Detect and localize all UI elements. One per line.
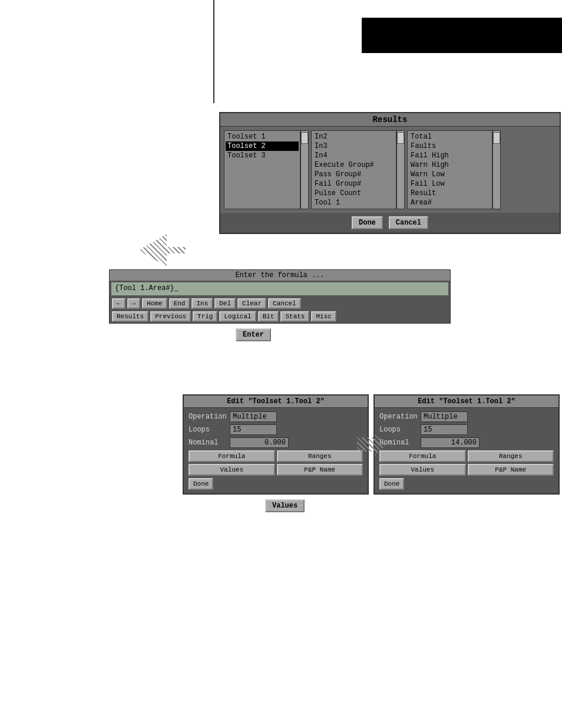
list-item-fail-group[interactable]: Fail Group# bbox=[313, 179, 395, 189]
formula-btn-ins[interactable]: Ins bbox=[191, 298, 213, 309]
done-btn-row-left: Done bbox=[189, 478, 363, 490]
edit-dialog-right-body: Operation Multiple Loops 15 Nominal 14.0… bbox=[375, 408, 558, 493]
formula-btn-clear[interactable]: Clear bbox=[237, 298, 266, 309]
list-item-toolset1[interactable]: Toolset 1 bbox=[226, 132, 299, 141]
list-item-in4[interactable]: In4 bbox=[313, 151, 395, 160]
done-btn-right-dialog[interactable]: Done bbox=[379, 478, 404, 490]
list-item-warn-low[interactable]: Warn Low bbox=[409, 170, 491, 179]
loops-row-right: Loops 15 bbox=[379, 424, 554, 435]
cancel-button[interactable]: Cancel bbox=[389, 216, 428, 229]
values-button-area: Values bbox=[265, 499, 562, 512]
values-btn-right-dialog[interactable]: Values bbox=[379, 464, 466, 476]
operation-row-left: Operation Multiple bbox=[189, 411, 363, 422]
list-item-execute-group[interactable]: Execute Group# bbox=[313, 160, 395, 170]
nominal-value-right[interactable]: 14.000 bbox=[421, 437, 480, 448]
formula-btn-bit[interactable]: Bit bbox=[258, 311, 279, 322]
formula-buttons-row2: Results Previous Trig Logical Bit Stats … bbox=[110, 310, 450, 323]
enter-button-area: Enter bbox=[236, 328, 562, 341]
list-item-toolset2[interactable]: Toolset 2 bbox=[226, 141, 299, 151]
results-list[interactable]: Total Faults Fail High Warn High Warn Lo… bbox=[407, 130, 492, 209]
operation-label-left: Operation bbox=[189, 413, 230, 421]
inputs-list[interactable]: In2 In3 In4 Execute Group# Pass Group# F… bbox=[311, 130, 396, 209]
list-item-pulse-count[interactable]: Pulse Count bbox=[313, 189, 395, 198]
loops-value-right[interactable]: 15 bbox=[421, 424, 468, 435]
hatched-arrow bbox=[138, 234, 186, 266]
formula-btn-previous[interactable]: Previous bbox=[150, 311, 191, 322]
inputs-scrollbar-thumb bbox=[397, 132, 404, 144]
formula-btn-results[interactable]: Results bbox=[112, 311, 148, 322]
results-dialog: Results Toolset 1 Toolset 2 Toolset 3 bbox=[219, 112, 561, 234]
formula-btn-del[interactable]: Del bbox=[214, 298, 236, 309]
pp-name-btn-left-dialog[interactable]: P&P Name bbox=[277, 464, 363, 476]
edit-dialog-right-title: Edit "Toolset 1.Tool 2" bbox=[375, 396, 558, 408]
list-item-toolset3[interactable]: Toolset 3 bbox=[226, 151, 299, 160]
list-item-in2[interactable]: In2 bbox=[313, 132, 395, 141]
formula-btn-right[interactable]: → bbox=[127, 298, 141, 309]
ranges-btn-left-dialog[interactable]: Ranges bbox=[277, 450, 363, 462]
formula-btn-right-dialog[interactable]: Formula bbox=[379, 450, 466, 462]
formula-btn-left[interactable]: ← bbox=[112, 298, 125, 309]
ranges-btn-right-dialog[interactable]: Ranges bbox=[468, 450, 554, 462]
loops-label-left: Loops bbox=[189, 426, 230, 434]
list-item-warn-high[interactable]: Warn High bbox=[409, 160, 491, 170]
edit-btn-grid-right: Formula Ranges Values P&P Name bbox=[379, 450, 554, 476]
list-item-tool1[interactable]: Tool 1 bbox=[313, 198, 395, 207]
operation-row-right: Operation Multiple bbox=[379, 411, 554, 422]
results-dialog-footer: Done Cancel bbox=[220, 213, 560, 233]
done-btn-row-right: Done bbox=[379, 478, 554, 490]
list-item-result[interactable]: Result bbox=[409, 189, 491, 198]
list-item-fail-low[interactable]: Fail Low bbox=[409, 179, 491, 189]
formula-section: Enter the formula ... {Tool 1.Area#}_ ← … bbox=[109, 269, 451, 324]
nominal-value-left[interactable]: 0.000 bbox=[230, 437, 289, 448]
operation-value-right: Multiple bbox=[421, 411, 468, 422]
toolset-scrollbar[interactable] bbox=[300, 130, 309, 209]
edit-dialogs-container: Edit "Toolset 1.Tool 2" Operation Multip… bbox=[183, 394, 560, 495]
nominal-label-left: Nominal bbox=[189, 439, 230, 447]
inputs-list-container: In2 In3 In4 Execute Group# Pass Group# F… bbox=[311, 130, 405, 209]
operation-label-right: Operation bbox=[379, 413, 421, 421]
edit-dialog-left: Edit "Toolset 1.Tool 2" Operation Multip… bbox=[183, 394, 369, 495]
edit-dialog-left-title: Edit "Toolset 1.Tool 2" bbox=[184, 396, 368, 408]
list-item-faults[interactable]: Faults bbox=[409, 141, 491, 151]
inputs-scrollbar[interactable] bbox=[396, 130, 405, 209]
results-list-container: Total Faults Fail High Warn High Warn Lo… bbox=[407, 130, 501, 209]
values-button[interactable]: Values bbox=[265, 499, 305, 512]
operation-value-left: Multiple bbox=[230, 411, 277, 422]
arrow-area bbox=[109, 234, 451, 269]
formula-btn-logical[interactable]: Logical bbox=[219, 311, 256, 322]
section-spacer bbox=[0, 341, 562, 388]
formula-btn-left-dialog[interactable]: Formula bbox=[189, 450, 275, 462]
formula-btn-home[interactable]: Home bbox=[142, 298, 167, 309]
formula-btn-stats[interactable]: Stats bbox=[280, 311, 309, 322]
results-dialog-title: Results bbox=[220, 113, 560, 127]
pp-name-btn-right-dialog[interactable]: P&P Name bbox=[468, 464, 554, 476]
top-section bbox=[0, 0, 562, 106]
enter-button[interactable]: Enter bbox=[236, 328, 271, 341]
formula-btn-end[interactable]: End bbox=[169, 298, 190, 309]
loops-label-right: Loops bbox=[379, 426, 421, 434]
loops-row-left: Loops 15 bbox=[189, 424, 363, 435]
list-item-area[interactable]: Area# bbox=[409, 198, 491, 207]
toolset-list[interactable]: Toolset 1 Toolset 2 Toolset 3 bbox=[224, 130, 300, 209]
values-btn-left-dialog[interactable]: Values bbox=[189, 464, 275, 476]
list-item-in3[interactable]: In3 bbox=[313, 141, 395, 151]
formula-btn-trig[interactable]: Trig bbox=[193, 311, 217, 322]
list-item-empty1 bbox=[226, 160, 299, 170]
list-item-fail-high[interactable]: Fail High bbox=[409, 151, 491, 160]
nominal-label-right: Nominal bbox=[379, 439, 421, 447]
done-btn-left-dialog[interactable]: Done bbox=[189, 478, 213, 490]
list-item-pass-group[interactable]: Pass Group# bbox=[313, 170, 395, 179]
results-dialog-body: Toolset 1 Toolset 2 Toolset 3 In2 In3 In… bbox=[220, 127, 560, 213]
formula-input[interactable]: {Tool 1.Area#}_ bbox=[111, 282, 448, 295]
nominal-row-left: Nominal 0.000 bbox=[189, 437, 363, 448]
edit-btn-grid-left: Formula Ranges Values P&P Name bbox=[189, 450, 363, 476]
done-button[interactable]: Done bbox=[352, 216, 383, 229]
edit-dialog-right: Edit "Toolset 1.Tool 2" Operation Multip… bbox=[373, 394, 560, 495]
formula-btn-misc[interactable]: Misc bbox=[311, 311, 336, 322]
list-item-total[interactable]: Total bbox=[409, 132, 491, 141]
formula-title: Enter the formula ... bbox=[110, 270, 450, 281]
formula-btn-cancel[interactable]: Cancel bbox=[268, 298, 301, 309]
formula-buttons-row1: ← → Home End Ins Del Clear Cancel bbox=[110, 297, 450, 310]
loops-value-left[interactable]: 15 bbox=[230, 424, 277, 435]
results-scrollbar[interactable] bbox=[492, 130, 501, 209]
